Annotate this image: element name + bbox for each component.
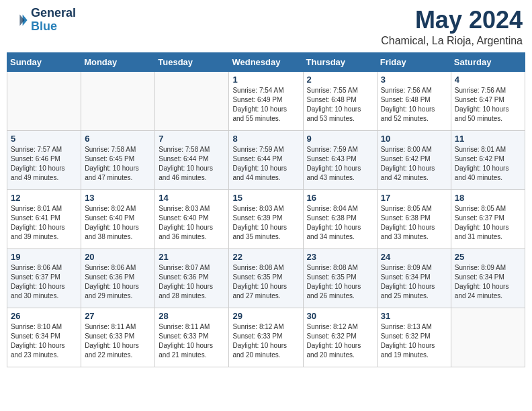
title-block: May 2024 Chamical, La Rioja, Argentina [381,7,523,47]
day-number: 18 [455,193,521,203]
calendar-cell: 31Sunrise: 8:13 AMSunset: 6:32 PMDayligh… [377,308,451,367]
day-info: Sunrise: 8:06 AMSunset: 6:37 PMDaylight:… [11,263,77,301]
calendar-week-row: 1Sunrise: 7:54 AMSunset: 6:49 PMDaylight… [7,71,525,130]
logo: General Blue [9,7,76,34]
calendar-cell: 29Sunrise: 8:12 AMSunset: 6:33 PMDayligh… [229,308,303,367]
day-info: Sunrise: 8:04 AMSunset: 6:38 PMDaylight:… [307,204,373,242]
calendar-cell: 11Sunrise: 8:01 AMSunset: 6:42 PMDayligh… [451,130,525,189]
day-number: 31 [381,311,447,321]
day-number: 29 [232,311,299,321]
calendar-week-row: 19Sunrise: 8:06 AMSunset: 6:37 PMDayligh… [7,248,525,308]
day-number: 27 [85,311,151,321]
day-number: 6 [85,134,151,144]
day-number: 13 [85,193,151,203]
day-info: Sunrise: 8:03 AMSunset: 6:40 PMDaylight:… [159,204,225,242]
day-info: Sunrise: 8:00 AMSunset: 6:42 PMDaylight:… [381,145,447,183]
day-info: Sunrise: 8:10 AMSunset: 6:34 PMDaylight:… [11,322,77,360]
day-info: Sunrise: 8:08 AMSunset: 6:35 PMDaylight:… [232,263,299,301]
day-info: Sunrise: 7:56 AMSunset: 6:48 PMDaylight:… [381,86,447,124]
weekday-header-saturday: Saturday [451,52,525,71]
calendar-cell: 17Sunrise: 8:05 AMSunset: 6:38 PMDayligh… [377,189,451,248]
calendar-cell: 21Sunrise: 8:07 AMSunset: 6:36 PMDayligh… [155,248,229,308]
day-number: 12 [11,193,77,203]
weekday-header-friday: Friday [377,52,451,71]
logo-text: General Blue [31,7,76,34]
calendar-cell: 3Sunrise: 7:56 AMSunset: 6:48 PMDaylight… [377,71,451,130]
calendar-cell: 9Sunrise: 7:59 AMSunset: 6:43 PMDaylight… [303,130,377,189]
calendar-cell: 24Sunrise: 8:09 AMSunset: 6:34 PMDayligh… [377,248,451,308]
calendar-cell [451,308,525,367]
day-info: Sunrise: 8:07 AMSunset: 6:36 PMDaylight:… [159,263,225,301]
calendar-cell [81,71,155,130]
calendar-week-row: 5Sunrise: 7:57 AMSunset: 6:46 PMDaylight… [7,130,525,189]
weekday-header-sunday: Sunday [7,52,81,71]
day-number: 7 [159,134,225,144]
calendar-table: SundayMondayTuesdayWednesdayThursdayFrid… [7,52,525,367]
day-info: Sunrise: 7:55 AMSunset: 6:48 PMDaylight:… [307,86,373,124]
calendar-cell: 18Sunrise: 8:05 AMSunset: 6:37 PMDayligh… [451,189,525,248]
calendar-cell: 20Sunrise: 8:06 AMSunset: 6:36 PMDayligh… [81,248,155,308]
calendar-week-row: 26Sunrise: 8:10 AMSunset: 6:34 PMDayligh… [7,308,525,367]
day-info: Sunrise: 8:12 AMSunset: 6:33 PMDaylight:… [232,322,299,360]
day-info: Sunrise: 7:57 AMSunset: 6:46 PMDaylight:… [11,145,77,183]
day-number: 8 [232,134,299,144]
calendar-week-row: 12Sunrise: 8:01 AMSunset: 6:41 PMDayligh… [7,189,525,248]
day-info: Sunrise: 8:13 AMSunset: 6:32 PMDaylight:… [381,322,447,360]
day-info: Sunrise: 8:05 AMSunset: 6:38 PMDaylight:… [381,204,447,242]
day-number: 26 [11,311,77,321]
day-number: 9 [307,134,373,144]
day-info: Sunrise: 8:09 AMSunset: 6:34 PMDaylight:… [381,263,447,301]
calendar-cell: 26Sunrise: 8:10 AMSunset: 6:34 PMDayligh… [7,308,81,367]
day-number: 1 [232,75,299,85]
calendar-cell: 14Sunrise: 8:03 AMSunset: 6:40 PMDayligh… [155,189,229,248]
calendar-cell: 30Sunrise: 8:12 AMSunset: 6:32 PMDayligh… [303,308,377,367]
day-number: 28 [159,311,225,321]
day-info: Sunrise: 8:03 AMSunset: 6:39 PMDaylight:… [232,204,299,242]
day-number: 15 [232,193,299,203]
page-header: General Blue May 2024 Chamical, La Rioja… [7,7,525,47]
calendar-cell: 1Sunrise: 7:54 AMSunset: 6:49 PMDaylight… [229,71,303,130]
day-info: Sunrise: 8:08 AMSunset: 6:35 PMDaylight:… [307,263,373,301]
location-subtitle: Chamical, La Rioja, Argentina [381,35,523,47]
weekday-header-thursday: Thursday [303,52,377,71]
weekday-header-row: SundayMondayTuesdayWednesdayThursdayFrid… [7,52,525,71]
calendar-cell: 25Sunrise: 8:09 AMSunset: 6:34 PMDayligh… [451,248,525,308]
logo-icon [9,11,28,30]
calendar-cell: 22Sunrise: 8:08 AMSunset: 6:35 PMDayligh… [229,248,303,308]
calendar-cell: 28Sunrise: 8:11 AMSunset: 6:33 PMDayligh… [155,308,229,367]
day-number: 25 [455,252,521,262]
calendar-cell: 13Sunrise: 8:02 AMSunset: 6:40 PMDayligh… [81,189,155,248]
calendar-cell: 6Sunrise: 7:58 AMSunset: 6:45 PMDaylight… [81,130,155,189]
day-number: 5 [11,134,77,144]
weekday-header-monday: Monday [81,52,155,71]
calendar-cell [7,71,81,130]
day-info: Sunrise: 7:54 AMSunset: 6:49 PMDaylight:… [232,86,299,124]
calendar-cell: 4Sunrise: 7:56 AMSunset: 6:47 PMDaylight… [451,71,525,130]
day-number: 23 [307,252,373,262]
calendar-cell: 16Sunrise: 8:04 AMSunset: 6:38 PMDayligh… [303,189,377,248]
calendar-cell: 8Sunrise: 7:59 AMSunset: 6:44 PMDaylight… [229,130,303,189]
day-info: Sunrise: 8:02 AMSunset: 6:40 PMDaylight:… [85,204,151,242]
day-info: Sunrise: 8:01 AMSunset: 6:42 PMDaylight:… [455,145,521,183]
day-info: Sunrise: 7:58 AMSunset: 6:45 PMDaylight:… [85,145,151,183]
day-number: 24 [381,252,447,262]
calendar-cell: 19Sunrise: 8:06 AMSunset: 6:37 PMDayligh… [7,248,81,308]
day-info: Sunrise: 7:59 AMSunset: 6:43 PMDaylight:… [307,145,373,183]
calendar-cell: 7Sunrise: 7:58 AMSunset: 6:44 PMDaylight… [155,130,229,189]
day-info: Sunrise: 8:05 AMSunset: 6:37 PMDaylight:… [455,204,521,242]
calendar-cell: 12Sunrise: 8:01 AMSunset: 6:41 PMDayligh… [7,189,81,248]
calendar-cell: 10Sunrise: 8:00 AMSunset: 6:42 PMDayligh… [377,130,451,189]
day-number: 16 [307,193,373,203]
calendar-cell: 23Sunrise: 8:08 AMSunset: 6:35 PMDayligh… [303,248,377,308]
calendar-cell: 5Sunrise: 7:57 AMSunset: 6:46 PMDaylight… [7,130,81,189]
day-number: 3 [381,75,447,85]
day-info: Sunrise: 8:09 AMSunset: 6:34 PMDaylight:… [455,263,521,301]
day-number: 11 [455,134,521,144]
day-number: 2 [307,75,373,85]
day-number: 14 [159,193,225,203]
day-number: 17 [381,193,447,203]
day-info: Sunrise: 8:11 AMSunset: 6:33 PMDaylight:… [159,322,225,360]
calendar-cell: 15Sunrise: 8:03 AMSunset: 6:39 PMDayligh… [229,189,303,248]
calendar-cell [155,71,229,130]
day-info: Sunrise: 8:11 AMSunset: 6:33 PMDaylight:… [85,322,151,360]
